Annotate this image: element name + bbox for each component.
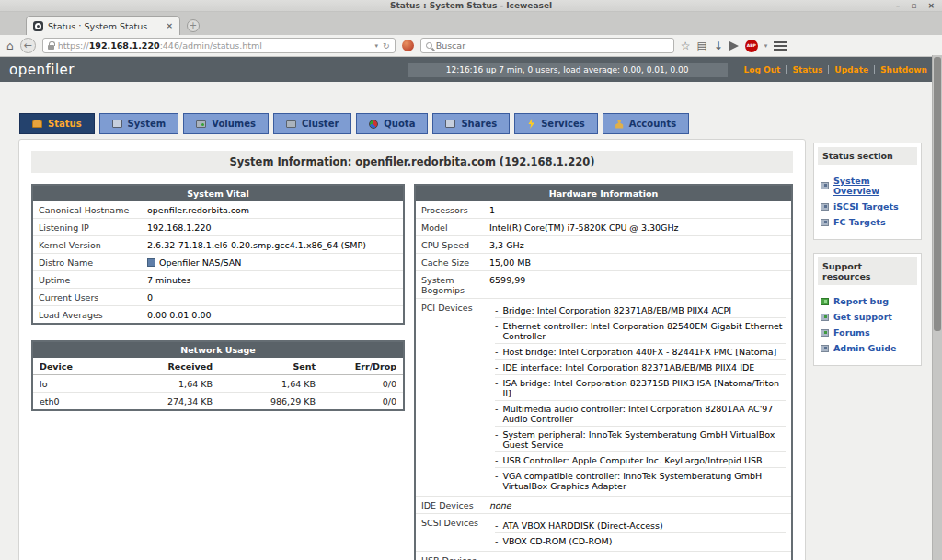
scsi-device: VBOX CD-ROM (CD-ROM) (502, 536, 612, 546)
cell-received: 274,34 KB (116, 393, 219, 409)
search-bar[interactable] (420, 38, 674, 53)
bookmarks-icon[interactable]: ▤ (696, 40, 706, 51)
row-label: Cache Size (416, 254, 484, 271)
col-received: Received (116, 358, 219, 375)
table-row: IDE Devices none (416, 497, 791, 514)
browser-tab-title: Status : System Status (48, 21, 147, 31)
table-row: System Bogomips 6599,99 (416, 271, 791, 299)
table-row: eth0 274,34 KB 986,29 KB 0/0 (33, 393, 403, 409)
shutdown-link[interactable]: Shutdown (874, 65, 933, 74)
list-item: -Host bridge: Intel Corporation 440FX - … (495, 344, 786, 360)
url-dropdown-icon[interactable]: ▾ (375, 42, 379, 50)
link-label: Admin Guide (833, 343, 896, 353)
tab-system[interactable]: System (99, 113, 179, 134)
table-row-usb: USB Devices -Linux Foundation 1.1 root h… (416, 552, 791, 560)
sidebar-link-system-overview[interactable]: System Overview (818, 173, 917, 199)
scrollbar-thumb[interactable] (934, 57, 941, 331)
downloads-icon[interactable]: ↓ (714, 40, 723, 51)
minimize-button[interactable]: – (896, 1, 901, 10)
row-label: SCSI Devices (416, 514, 484, 552)
tab-volumes-label: Volumes (212, 119, 256, 129)
sidebar-link-admin-guide[interactable]: Admin Guide (818, 340, 917, 356)
tab-cluster[interactable]: Cluster (273, 113, 351, 134)
sidebar-link-iscsi-targets[interactable]: iSCSI Targets (818, 199, 917, 214)
list-item: -VGA compatible controller: InnoTek Syst… (495, 468, 786, 493)
reload-icon[interactable]: ↻ (383, 41, 390, 51)
close-button[interactable]: × (927, 1, 935, 10)
logout-link[interactable]: Log Out (739, 65, 787, 74)
cell-received: 1,64 KB (116, 375, 219, 393)
list-item: -Linux Foundation 1.1 root hub (495, 555, 786, 560)
row-value: Openfiler NAS/SAN (142, 254, 403, 271)
cell-sent: 1,64 KB (219, 375, 322, 393)
browser-tab[interactable]: Status : System Status × (26, 16, 180, 35)
list-item: -System peripheral: InnoTek Systemberatu… (495, 427, 786, 452)
link-label: System Overview (833, 176, 914, 196)
page-title: System Information: openfiler.redorbita.… (31, 151, 793, 173)
table-row-pci: PCI Devices -Bridge: Intel Corporation 8… (416, 299, 791, 497)
cell-device: lo (33, 375, 116, 393)
link-label: Get support (833, 312, 892, 322)
row-value: none (484, 497, 791, 514)
tab-shares[interactable]: Shares (432, 113, 510, 134)
forums-icon (821, 329, 829, 337)
url-bar[interactable]: https://192.168.1.220:446/admin/status.h… (42, 38, 396, 53)
tab-volumes[interactable]: Volumes (183, 113, 269, 134)
extension-icon[interactable] (402, 40, 414, 51)
dash: - (495, 362, 498, 372)
browser-scrollbar[interactable] (932, 55, 942, 560)
window-title: Status : System Status - Iceweasel (390, 1, 552, 10)
send-icon[interactable] (729, 41, 739, 51)
table-row: Model Intel(R) Core(TM) i7-5820K CPU @ 3… (416, 219, 791, 236)
adblock-icon[interactable]: ABP (745, 40, 758, 52)
row-label: Load Averages (33, 306, 142, 323)
tab-status[interactable]: Status (19, 113, 95, 134)
adblock-dropdown-icon[interactable]: ▾ (764, 42, 768, 50)
tab-services[interactable]: Services (514, 113, 598, 134)
new-tab-button[interactable]: + (187, 19, 200, 32)
url-host: 192.168.1.220 (89, 40, 160, 51)
fc-icon (821, 219, 829, 226)
sidebar-link-get-support[interactable]: Get support (818, 309, 917, 325)
support-icon (821, 314, 829, 321)
tab-quota[interactable]: Quota (356, 113, 428, 134)
status-icon (32, 120, 42, 128)
tab-shares-label: Shares (461, 119, 497, 129)
row-value: openfiler.redorbita.com (142, 201, 403, 219)
bookmark-star-icon[interactable]: ☆ (681, 40, 691, 51)
url-scheme: https:// (58, 40, 89, 51)
row-value: 15,00 MB (484, 254, 791, 271)
scsi-device-list: -ATA VBOX HARDDISK (Direct-Access) -VBOX… (484, 514, 791, 552)
row-label: USB Devices (416, 552, 484, 560)
tab-quota-label: Quota (384, 119, 415, 129)
status-section-title: Status section (818, 147, 917, 165)
table-row: Uptime 7 minutes (33, 271, 403, 289)
uptime-status: 12:16:16 up 7 min, 0 users, load average… (408, 63, 728, 77)
table-row-scsi: SCSI Devices -ATA VBOX HARDDISK (Direct-… (416, 514, 791, 552)
dash: - (495, 471, 498, 491)
maximize-button[interactable]: ▫ (911, 1, 916, 10)
menu-icon[interactable] (774, 41, 787, 43)
sidebar-link-fc-targets[interactable]: FC Targets (818, 214, 917, 230)
row-value: 1 (484, 201, 791, 219)
tab-accounts[interactable]: Accounts (603, 113, 689, 134)
home-icon[interactable]: ⌂ (6, 40, 14, 51)
tab-close-icon[interactable]: × (166, 21, 173, 30)
row-label: Kernel Version (33, 236, 142, 254)
iscsi-icon (821, 203, 829, 211)
tab-cluster-label: Cluster (302, 119, 339, 129)
window-titlebar: Status : System Status - Iceweasel – ▫ × (0, 0, 942, 12)
search-input[interactable] (436, 40, 669, 51)
status-link[interactable]: Status (786, 65, 828, 74)
pci-device: Bridge: Intel Corporation 82371AB/EB/MB … (502, 305, 731, 315)
shares-icon (445, 120, 455, 128)
back-button[interactable]: ← (20, 38, 36, 53)
usb-device-list: -Linux Foundation 1.1 root hub (484, 552, 791, 560)
sidebar-link-report-bug[interactable]: Report bug (818, 293, 917, 309)
sidebar-link-forums[interactable]: Forums (818, 325, 917, 340)
scsi-device: ATA VBOX HARDDISK (Direct-Access) (502, 520, 662, 531)
update-link[interactable]: Update (828, 65, 874, 74)
row-label: Canonical Hostname (33, 201, 142, 219)
support-resources-title: Support resources (818, 257, 917, 285)
cluster-icon (286, 120, 296, 128)
